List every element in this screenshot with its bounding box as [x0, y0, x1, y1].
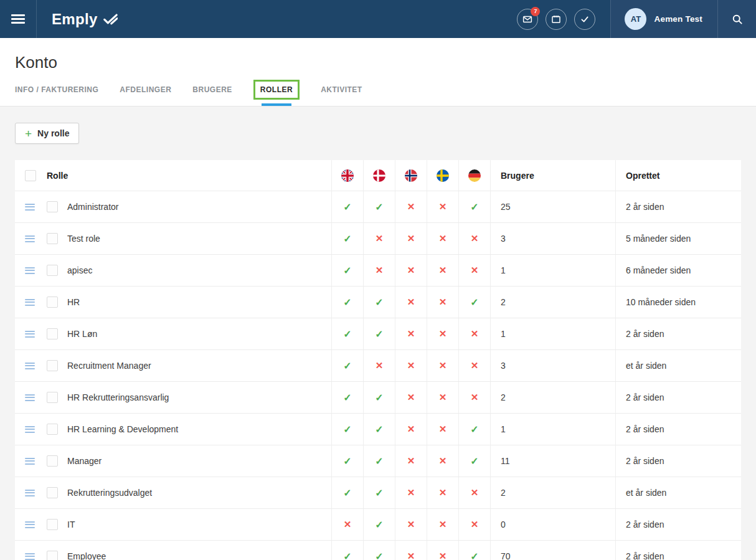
check-icon: ✓ [363, 445, 395, 477]
cross-icon: ✕ [395, 541, 427, 560]
users-count: 70 [490, 541, 615, 560]
cross-icon: ✕ [395, 382, 427, 413]
table-row[interactable]: HR Learning & Development ✓ ✓ ✕ ✕ ✓ 1 2 … [15, 414, 741, 445]
drag-handle-icon[interactable] [25, 392, 35, 402]
tab-brugere[interactable]: BRUGERE [192, 85, 232, 94]
role-cell: Rekrutteringsudvalget [15, 477, 331, 508]
cross-icon: ✕ [427, 541, 458, 560]
table-row[interactable]: Manager ✓ ✓ ✕ ✕ ✓ 11 2 år siden [15, 445, 741, 477]
check-icon: ✓ [331, 445, 363, 477]
role-name: IT [67, 520, 75, 529]
row-checkbox[interactable] [47, 392, 58, 403]
table-row[interactable]: HR ✓ ✓ ✕ ✕ ✓ 2 10 måneder siden [15, 287, 741, 318]
calendar-icon [550, 14, 562, 25]
tab-info-fakturering[interactable]: INFO / FAKTURERING [15, 85, 98, 94]
created-ago: et år siden [615, 477, 741, 508]
tab-afdelinger[interactable]: AFDELINGER [120, 85, 171, 94]
column-flag-norway [395, 160, 427, 191]
select-all-checkbox[interactable] [25, 170, 36, 181]
row-checkbox[interactable] [47, 551, 58, 560]
table-body: Administrator ✓ ✓ ✕ ✕ ✓ 25 2 år siden Te… [15, 191, 741, 560]
user-menu[interactable]: AT Aemen Test [611, 0, 717, 38]
new-role-button[interactable]: + Ny rolle [15, 123, 79, 144]
drag-handle-icon[interactable] [25, 202, 35, 212]
drag-handle-icon[interactable] [25, 265, 35, 275]
header-cell-role: Rolle [15, 160, 331, 191]
cross-icon: ✕ [427, 350, 458, 381]
drag-handle-icon[interactable] [25, 234, 35, 244]
drag-handle-icon[interactable] [25, 297, 35, 307]
table-row[interactable]: apisec ✓ ✕ ✕ ✕ ✕ 1 6 måneder siden [15, 255, 741, 287]
created-ago: 2 år siden [615, 414, 741, 445]
search-button[interactable] [717, 0, 756, 38]
row-checkbox[interactable] [47, 424, 58, 435]
drag-handle-icon[interactable] [25, 488, 35, 498]
role-name: HR Learning & Development [67, 424, 178, 434]
row-checkbox[interactable] [47, 233, 58, 244]
created-ago: et år siden [615, 350, 741, 381]
column-users: Brugere [490, 160, 615, 191]
drag-handle-icon[interactable] [25, 329, 35, 339]
check-icon: ✓ [331, 191, 363, 222]
table-row[interactable]: Rekrutteringsudvalget ✓ ✓ ✕ ✕ ✕ 2 et år … [15, 477, 741, 509]
row-checkbox[interactable] [47, 265, 58, 276]
role-cell: HR Rekrutteringsansvarlig [15, 382, 331, 413]
row-checkbox[interactable] [47, 487, 58, 498]
column-flag-denmark [363, 160, 395, 191]
users-count: 25 [490, 191, 615, 222]
cross-icon: ✕ [395, 191, 427, 222]
tab-aktivitet[interactable]: AKTIVITET [321, 85, 362, 94]
app-logo[interactable]: Emply [37, 0, 118, 38]
cross-icon: ✕ [427, 287, 458, 318]
topbar-spacer [118, 0, 517, 38]
calendar-button[interactable] [546, 9, 567, 30]
row-checkbox[interactable] [47, 455, 58, 467]
role-name: Employee [67, 551, 106, 560]
table-row[interactable]: Administrator ✓ ✓ ✕ ✕ ✓ 25 2 år siden [15, 191, 741, 223]
role-cell: Manager [15, 445, 331, 477]
row-checkbox[interactable] [47, 328, 58, 339]
cross-icon: ✕ [458, 255, 490, 286]
drag-handle-icon[interactable] [25, 361, 35, 371]
cross-icon: ✕ [427, 223, 458, 254]
created-ago: 2 år siden [615, 509, 741, 540]
role-name: Test role [67, 234, 100, 244]
drag-handle-icon[interactable] [25, 456, 35, 466]
cross-icon: ✕ [395, 414, 427, 445]
avatar: AT [625, 8, 646, 30]
drag-handle-icon[interactable] [25, 424, 35, 434]
role-name: Manager [67, 456, 102, 466]
cross-icon: ✕ [395, 255, 427, 286]
menu-button[interactable] [0, 0, 37, 38]
users-count: 3 [490, 350, 615, 381]
row-checkbox[interactable] [47, 360, 58, 371]
table-row[interactable]: HR Løn ✓ ✓ ✕ ✕ ✕ 1 2 år siden [15, 318, 741, 350]
row-checkbox[interactable] [47, 297, 58, 308]
check-icon: ✓ [363, 509, 395, 540]
table-row[interactable]: HR Rekrutteringsansvarlig ✓ ✓ ✕ ✕ ✕ 2 2 … [15, 382, 741, 414]
active-tab-highlight-box: ROLLER [253, 80, 300, 100]
check-icon: ✓ [331, 318, 363, 349]
table-row[interactable]: Test role ✓ ✕ ✕ ✕ ✕ 3 5 måneder siden [15, 223, 741, 255]
check-icon: ✓ [331, 350, 363, 381]
table-row[interactable]: Recruitment Manager ✓ ✕ ✕ ✕ ✕ 3 et år si… [15, 350, 741, 382]
drag-handle-icon[interactable] [25, 551, 35, 560]
role-cell: HR Løn [15, 318, 331, 349]
drag-handle-icon[interactable] [25, 520, 35, 529]
messages-button[interactable]: 7 [517, 9, 538, 30]
tab-roller[interactable]: ROLLER [260, 85, 293, 94]
role-cell: HR [15, 287, 331, 318]
row-checkbox[interactable] [47, 519, 58, 530]
check-icon [580, 14, 590, 24]
column-flag-uk [331, 160, 363, 191]
topbar-user-zone: AT Aemen Test [610, 0, 756, 38]
tasks-button[interactable] [574, 9, 595, 30]
row-checkbox[interactable] [47, 201, 58, 212]
flag-uk-icon [341, 169, 354, 182]
flag-denmark-icon [373, 169, 385, 182]
table-row[interactable]: IT ✕ ✓ ✕ ✕ ✕ 0 2 år siden [15, 509, 741, 541]
cross-icon: ✕ [458, 509, 490, 540]
check-icon: ✓ [458, 287, 490, 318]
table-row[interactable]: Employee ✓ ✓ ✕ ✕ ✓ 70 2 år siden [15, 541, 741, 560]
check-icon: ✓ [331, 255, 363, 286]
